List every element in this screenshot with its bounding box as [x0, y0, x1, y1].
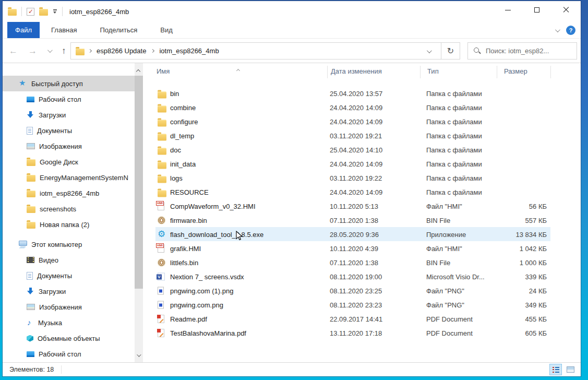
- sidebar-item[interactable]: Новая папка (2): [3, 217, 135, 232]
- sidebar-scrollbar[interactable]: [135, 63, 143, 362]
- table-row[interactable]: init_data24.04.2020 14:09Папка с файлами: [145, 157, 581, 171]
- table-row[interactable]: RESOURCE24.04.2020 14:09Папка с файлами: [145, 185, 581, 199]
- address-bar[interactable]: esp8266 Update iotm_esp8266_4mb: [70, 42, 460, 60]
- search-input[interactable]: [486, 47, 569, 55]
- address-folder-icon: [76, 49, 85, 55]
- file-date: 25.04.2020 14:10: [330, 146, 382, 153]
- file-date: 24.04.2020 14:09: [330, 103, 382, 111]
- file-date: 28.05.2020 9:36: [330, 230, 379, 238]
- table-row[interactable]: pngwing.com (1).png08.11.2020 23:25Файл …: [145, 283, 581, 298]
- file-type: Папка с файлами: [426, 117, 482, 125]
- collapse-ribbon-icon[interactable]: [555, 27, 560, 32]
- qat-new-folder-icon[interactable]: [39, 9, 48, 16]
- sidebar-item[interactable]: Google Диск: [3, 154, 135, 170]
- qat-properties-icon[interactable]: [27, 8, 34, 16]
- minimize-button[interactable]: [493, 1, 522, 19]
- sidebar-item[interactable]: iotm_esp8266_4mb: [3, 185, 135, 201]
- maximize-button[interactable]: [522, 1, 551, 19]
- minimize-icon: [505, 10, 511, 10]
- chevron-right-icon[interactable]: [151, 49, 154, 53]
- scrollbar-thumb[interactable]: [135, 76, 143, 289]
- breadcrumb-item[interactable]: esp8266 Update: [95, 47, 147, 55]
- sidebar-item[interactable]: Видео: [3, 252, 135, 268]
- scroll-down-icon[interactable]: [137, 351, 140, 359]
- tab-file[interactable]: Файл: [7, 22, 40, 38]
- column-header-type[interactable]: Тип: [427, 67, 439, 75]
- sidebar-item[interactable]: Изображения: [3, 299, 135, 315]
- table-row[interactable]: TestBalashovaMarina.pdf13.11.2020 17:18P…: [145, 326, 581, 340]
- table-row[interactable]: firmware.bin07.11.2020 1:38BIN File557 К…: [145, 213, 581, 227]
- table-row[interactable]: bin25.04.2020 13:57Папка с файлами: [145, 86, 581, 100]
- sidebar-item-label: iotm_esp8266_4mb: [40, 189, 99, 197]
- folder-icon: [158, 148, 166, 155]
- column-divider: [327, 66, 328, 78]
- table-row[interactable]: logs03.11.2020 19:22Папка с файлами: [145, 171, 581, 185]
- file-name: doc: [170, 146, 181, 153]
- refresh-icon: [447, 46, 454, 56]
- sidebar-item[interactable]: Загрузки: [3, 283, 135, 299]
- folder-icon: [27, 206, 35, 213]
- table-row[interactable]: littlefs.bin07.11.2020 1:38BIN File1 000…: [145, 255, 581, 269]
- file-date: 13.11.2020 17:18: [330, 329, 382, 337]
- file-date: 03.11.2020 19:21: [330, 132, 382, 139]
- close-button[interactable]: [551, 1, 581, 19]
- table-row[interactable]: pngwing.com.png08.11.2020 23:23Файл "PNG…: [145, 298, 581, 312]
- tab-home[interactable]: Главная: [40, 22, 88, 38]
- help-button[interactable]: ?: [566, 26, 575, 35]
- sidebar-item-label: Новая папка (2): [40, 221, 89, 229]
- sidebar-item[interactable]: Загрузки: [3, 107, 135, 123]
- back-button[interactable]: ←: [9, 46, 18, 55]
- up-button[interactable]: ↑: [62, 46, 66, 55]
- qat-customize-dropdown-icon[interactable]: [53, 9, 57, 14]
- table-row[interactable]: configure24.04.2020 14:09Папка с файлами: [145, 114, 581, 128]
- sidebar-item[interactable]: Рабочий стол: [3, 346, 135, 362]
- sidebar-item[interactable]: screenshots: [3, 201, 135, 217]
- sidebar-item-label: Загрузки: [39, 288, 66, 295]
- chevron-right-icon[interactable]: [88, 49, 92, 53]
- column-header-date[interactable]: Дата изменения: [331, 67, 382, 75]
- thumbnails-view-button[interactable]: [564, 364, 577, 375]
- sidebar-item[interactable]: Документы: [3, 123, 135, 138]
- file-type: Папка с файлами: [426, 160, 482, 168]
- column-headers: Имя Дата изменения Тип Размер: [145, 64, 581, 80]
- refresh-button[interactable]: [441, 43, 460, 59]
- table-row[interactable]: dl_temp03.11.2020 19:21Папка с файлами: [145, 128, 581, 142]
- table-row[interactable]: Nextion 7_ screens.vsdx08.11.2020 19:00M…: [145, 269, 581, 283]
- sidebar-item[interactable]: Рабочий стол: [3, 91, 135, 107]
- sort-ascending-icon[interactable]: [237, 66, 239, 74]
- computer-icon: [19, 241, 27, 246]
- file-size: 1 042 КБ: [458, 244, 547, 252]
- table-row[interactable]: flash_download_tool_3.8.5.exe28.05.2020 …: [145, 227, 581, 241]
- sidebar-item[interactable]: Изображения: [3, 138, 135, 154]
- table-row[interactable]: doc25.04.2020 14:10Папка с файлами: [145, 142, 581, 157]
- file-type: Папка с файлами: [426, 188, 482, 196]
- forward-button[interactable]: →: [28, 46, 37, 55]
- file-size: 455 КБ: [458, 315, 547, 323]
- scroll-up-icon[interactable]: [137, 67, 140, 75]
- tab-share[interactable]: Поделиться: [88, 22, 149, 38]
- file-date: 10.11.2020 4:39: [330, 244, 378, 252]
- folder-icon: [158, 176, 166, 183]
- search-icon: [473, 47, 481, 55]
- breadcrumb-item[interactable]: iotm_esp8266_4mb: [158, 47, 220, 55]
- table-row[interactable]: Readme.pdf22.09.2017 14:41PDF Document45…: [145, 312, 581, 326]
- table-row[interactable]: grafik.HMI10.11.2020 4:39Файл "HMI"1 042…: [145, 241, 581, 255]
- tab-view[interactable]: Вид: [149, 22, 184, 38]
- file-type: Папка с файлами: [426, 103, 482, 111]
- sidebar-group[interactable]: Быстрый доступ: [3, 76, 135, 91]
- column-header-size[interactable]: Размер: [504, 67, 527, 75]
- sidebar-item[interactable]: Документы: [3, 268, 135, 283]
- close-icon: [563, 7, 569, 13]
- table-row[interactable]: CompWaveform_v0_32.HMI10.11.2020 5:13Фай…: [145, 199, 581, 213]
- titlebar-separator: [21, 7, 22, 16]
- table-row[interactable]: combine24.04.2020 14:09Папка с файлами: [145, 100, 581, 114]
- navigation-pane: Быстрый доступРабочий столЗагрузкиДокуме…: [3, 63, 135, 362]
- recent-locations-icon[interactable]: [47, 48, 53, 53]
- folder-icon: [158, 105, 166, 112]
- sidebar-item[interactable]: Объемные объекты: [3, 330, 135, 346]
- sidebar-item[interactable]: Музыка: [3, 315, 135, 330]
- sidebar-item[interactable]: EnergyManagementSystemN: [3, 170, 135, 185]
- sidebar-group[interactable]: Этот компьютер: [3, 236, 135, 252]
- details-view-button[interactable]: [549, 364, 562, 375]
- column-header-name[interactable]: Имя: [157, 67, 170, 75]
